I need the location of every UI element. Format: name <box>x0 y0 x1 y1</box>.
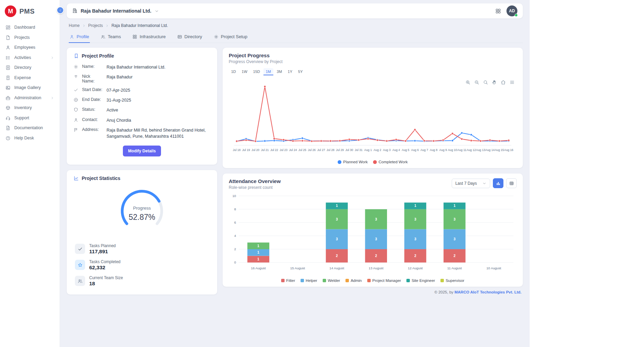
statistics-list: Tasks Planned117,891Tasks Completed62,33… <box>74 241 210 289</box>
svg-text:Jul 26: Jul 26 <box>308 148 316 152</box>
bar-chart-toggle-button[interactable] <box>493 178 503 188</box>
pan-icon[interactable] <box>492 80 497 85</box>
attendance-subtitle: Role-wise present count <box>229 185 281 190</box>
legend-marker <box>301 279 304 282</box>
range-button-3m[interactable]: 3M <box>274 68 284 75</box>
modify-details-button[interactable]: Modify Details <box>123 146 161 156</box>
sidebar-item-image-gallery[interactable]: Image Gallery <box>0 83 60 93</box>
stat-current-team-size: Current Team Size18 <box>74 273 210 289</box>
sidebar-item-label: Support <box>14 115 54 121</box>
attendance-bar-chart[interactable]: 024681011116 August15 August233114 Augus… <box>229 192 517 278</box>
zoom-in-icon[interactable] <box>465 80 470 85</box>
range-button-5y[interactable]: 5Y <box>296 68 305 75</box>
sidebar-item-directory[interactable]: Directory <box>0 63 60 73</box>
sidebar-item-label: Help Desk <box>14 135 54 141</box>
legend-label: Welder <box>328 278 340 283</box>
svg-text:1: 1 <box>257 257 259 261</box>
sidebar-item-administration[interactable]: Administration <box>0 93 60 103</box>
inventory-icon <box>5 105 11 110</box>
legend-item-supervisor[interactable]: Supervisor <box>440 278 464 283</box>
svg-text:14 August: 14 August <box>329 266 344 270</box>
svg-text:Jul 25: Jul 25 <box>299 148 306 152</box>
tab-profile[interactable]: Profile <box>69 31 90 43</box>
progress-chart-legend: Planned WorkCompleted Work <box>229 160 517 167</box>
svg-text:Aug 4: Aug 4 <box>392 148 400 152</box>
sidebar-item-inventory[interactable]: Inventory <box>0 103 60 113</box>
range-select[interactable]: Last 7 Days <box>452 179 490 188</box>
tab-teams[interactable]: Teams <box>100 31 122 43</box>
legend-item-welder[interactable]: Welder <box>323 278 340 283</box>
tab-label: Project Setup <box>221 34 247 39</box>
tab-bar: ProfileTeamsInfrastructureDirectoryProje… <box>67 31 523 43</box>
company-selector[interactable]: Raja Bahadur International Ltd. <box>72 8 159 14</box>
svg-text:Jul 24: Jul 24 <box>289 148 297 152</box>
help-desk-icon <box>5 136 11 141</box>
legend-item-completed-work[interactable]: Completed Work <box>373 160 407 164</box>
svg-text:Aug 6: Aug 6 <box>411 148 419 152</box>
home-icon[interactable] <box>501 80 506 85</box>
legend-marker <box>373 160 377 164</box>
field-label: End Date: <box>82 97 103 102</box>
range-button-1y[interactable]: 1Y <box>285 68 294 75</box>
svg-text:Jul 23: Jul 23 <box>280 148 288 152</box>
tab-infrastructure[interactable]: Infrastructure <box>132 31 166 43</box>
table-toggle-button[interactable] <box>506 178 517 188</box>
sidebar-item-expense[interactable]: Expense <box>0 73 60 83</box>
breadcrumb-home[interactable]: Home <box>69 23 80 28</box>
footer-company-link[interactable]: MARCO AIoT Technologies Pvt. Ltd. <box>454 290 521 294</box>
sidebar-item-label: Employees <box>14 45 54 51</box>
sidebar-item-help-desk[interactable]: Help Desk <box>0 133 60 144</box>
employees-icon <box>5 45 11 50</box>
user-avatar[interactable]: AD <box>506 5 517 16</box>
view-toggles <box>493 178 517 188</box>
sidebar-item-support[interactable]: Support <box>0 113 60 123</box>
field-value: Anuj Chordia <box>107 117 131 123</box>
legend-marker <box>367 279 371 282</box>
range-button-1w[interactable]: 1W <box>239 68 250 75</box>
legend-item-planned-work[interactable]: Planned Work <box>338 160 368 164</box>
bar-chart-icon <box>496 181 501 186</box>
legend-item-project-manager[interactable]: Project Manager <box>367 278 401 283</box>
legend-item-admin[interactable]: Admin <box>345 278 362 283</box>
range-button-15d[interactable]: 15D <box>251 68 262 75</box>
apps-grid-button[interactable] <box>495 8 501 14</box>
sidebar-item-documentation[interactable]: Documentation <box>0 123 60 133</box>
tab-directory[interactable]: Directory <box>177 31 203 43</box>
svg-text:Aug 2: Aug 2 <box>374 148 382 152</box>
check-icon <box>74 88 79 92</box>
legend-item-fitter[interactable]: Fitter <box>281 278 295 283</box>
legend-item-site-engineer[interactable]: Site Engineer <box>406 278 435 283</box>
legend-label: Helper <box>306 278 317 283</box>
svg-text:Aug 11: Aug 11 <box>457 148 467 152</box>
menu-icon[interactable] <box>510 80 515 85</box>
tab-project-setup[interactable]: Project Setup <box>213 31 248 43</box>
svg-text:Jul 29: Jul 29 <box>336 148 344 152</box>
range-button-1d[interactable]: 1D <box>229 68 238 75</box>
project-statistics-title: Project Statistics <box>82 176 120 181</box>
main-area: Raja Bahadur International Ltd. AD HomeP… <box>60 0 530 347</box>
svg-text:3: 3 <box>336 237 338 241</box>
breadcrumb-raja-bahadur-international-ltd: Raja Bahadur International Ltd. <box>111 23 168 28</box>
sidebar-item-dashboard[interactable]: Dashboard <box>0 22 60 33</box>
svg-text:13 August: 13 August <box>369 266 384 270</box>
field-label: Name: <box>82 64 103 69</box>
stat-label: Current Team Size <box>89 275 123 280</box>
sidebar-item-employees[interactable]: Employees <box>0 43 60 53</box>
zoom-out-icon[interactable] <box>474 80 479 85</box>
svg-text:1: 1 <box>257 251 259 254</box>
chart-line-icon <box>74 176 79 181</box>
legend-item-helper[interactable]: Helper <box>301 278 317 283</box>
sidebar-item-label: Inventory <box>14 105 54 111</box>
logo-letter: M <box>8 8 13 15</box>
progress-line-chart[interactable]: Jul 18Jul 19Jul 20Jul 21Jul 22Jul 23Jul … <box>229 76 517 160</box>
svg-text:Jul 21: Jul 21 <box>261 148 269 152</box>
range-button-1m[interactable]: 1M <box>263 68 273 75</box>
progress-gauge-svg: Progress52.87% <box>116 186 167 238</box>
svg-text:2: 2 <box>375 254 377 258</box>
sidebar-item-activities[interactable]: Activities <box>0 53 60 63</box>
sidebar-item-projects[interactable]: Projects <box>0 33 60 43</box>
sidebar-collapse-button[interactable] <box>57 6 64 14</box>
selection-zoom-icon[interactable] <box>483 80 488 85</box>
breadcrumb-projects[interactable]: Projects <box>88 23 103 28</box>
legend-marker <box>440 279 444 282</box>
